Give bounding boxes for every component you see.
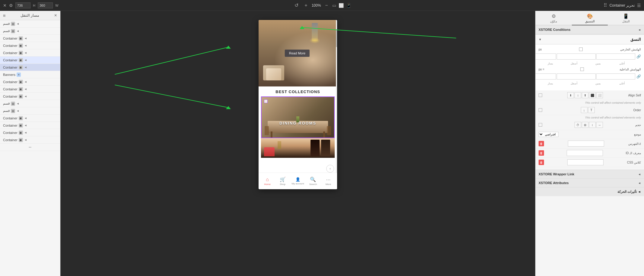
align-btn-1[interactable]: ⬜ [596, 92, 603, 98]
tree-item-container-2[interactable]: ◄ ▣ Container [0, 42, 60, 49]
tree-item-banners[interactable]: ≡ Banners [0, 71, 60, 78]
nav-tab-label: التنقل [622, 20, 630, 23]
nav-more-label: More [326, 183, 331, 186]
nav-account[interactable]: 👤 My account [290, 177, 305, 185]
conditions-section-header[interactable]: ◄ XSTORE Conditions [536, 25, 644, 34]
padding-bottom-input[interactable] [535, 73, 556, 80]
size-btn-1[interactable]: ↔ [596, 122, 603, 128]
margin-link-icon[interactable]: 🔗 [636, 54, 641, 59]
zoom-out-button[interactable]: − [323, 2, 330, 9]
tree-item-container-c3[interactable]: ◄ ▣ Container [0, 129, 60, 136]
top-bar: ✕ ⚙ H W ↺ + 100% − ▭ ⬜ 📱 ⠿ تحرير Contain… [0, 0, 644, 11]
tree-item-container-b3[interactable]: ◄ ▣ Container [0, 93, 60, 100]
tree-arrow-c4: ◄ [24, 138, 27, 141]
padding-right-input[interactable] [557, 73, 596, 80]
mobile-icon[interactable]: 📱 [346, 3, 351, 8]
nav-shop[interactable]: 🛒 Shop [275, 177, 290, 186]
id-label: معرف الـ ID [626, 151, 641, 155]
component-tab-label: مكوّن [550, 20, 557, 23]
tree-item-container-c2[interactable]: ◄ ▣ Container [0, 122, 60, 129]
close-icon[interactable]: ✕ [3, 3, 7, 8]
style-section-header[interactable]: النسق ▼ [536, 34, 644, 44]
css-input[interactable] [567, 159, 604, 165]
right-panel-collapse[interactable]: › [535, 138, 536, 150]
lamp-decoration [278, 141, 281, 149]
container-icon-highlighted: ▣ [19, 65, 23, 70]
tree-item-container-3[interactable]: ◄ ▣ Container [0, 49, 60, 57]
nav-account-label: My account [292, 182, 304, 185]
padding-top-input[interactable] [596, 73, 635, 80]
position-select[interactable]: افتراضي [539, 132, 559, 137]
padding-inputs-row: 🔗 [539, 73, 641, 80]
attributes-section[interactable]: ◄ XSTORE Attributes [536, 178, 644, 187]
svg-line-1 [115, 85, 228, 108]
hero-section: Read More [259, 20, 336, 86]
nav-home[interactable]: ⌂ Home [260, 177, 275, 186]
align-btn-3[interactable]: ⬆ [582, 92, 588, 98]
phone-scrollbar[interactable] [336, 20, 337, 189]
collapse-icon[interactable]: ☰ [637, 3, 641, 8]
tree-label-4: Container [3, 44, 18, 47]
scroll-up-button[interactable]: ↑ [326, 165, 334, 173]
size-checkbox[interactable] [539, 123, 542, 127]
tree-item-container-c1[interactable]: ◄ ▣ Container [0, 115, 60, 122]
width-input[interactable] [15, 2, 31, 8]
order-btn-2[interactable]: ↓ [581, 107, 588, 113]
tab-nav[interactable]: 📱 التنقل [608, 11, 644, 25]
tree-item-container-c4[interactable]: ◄ ▣ Container [0, 136, 60, 144]
zoom-in-button[interactable]: + [303, 2, 309, 9]
size-btn-4[interactable]: ⏱ [575, 122, 581, 128]
expand-icon[interactable]: ⊞ [3, 14, 5, 17]
tree-item-section-4[interactable]: ◄ ▤ قسم [0, 107, 60, 115]
margin-label-right: يمين [587, 62, 610, 65]
tree-item-container-active[interactable]: ◄ ▣ Container [0, 57, 60, 64]
margin-top-input[interactable] [596, 54, 635, 60]
dining-card[interactable]: DINING ROOMS [261, 96, 335, 138]
home-icon: ⌂ [266, 177, 269, 182]
effects-section[interactable]: ◄ تأثيرات الحركة [536, 187, 644, 196]
z-index-row: z-الفهرس 🗑 [536, 139, 644, 148]
tablet-icon[interactable]: ▭ [332, 3, 336, 8]
tree-item-section-1[interactable]: ◄ ▤ قسم [0, 20, 60, 28]
size-btn-2[interactable]: ↕ [589, 122, 596, 128]
outer-margin-checkbox[interactable] [579, 47, 583, 51]
nav-search[interactable]: 🔍 Search [305, 177, 320, 186]
desktop-icon[interactable]: ⬜ [339, 3, 344, 8]
margin-right-input[interactable] [557, 54, 596, 60]
wardrobe-decoration-2 [311, 140, 320, 156]
css-delete[interactable]: 🗑 [539, 160, 544, 165]
tree-label-b1: Container [3, 80, 18, 84]
tree-item-section-3[interactable]: ◄ ▤ قسم [0, 100, 60, 107]
tree-item-container-highlighted[interactable]: ◄ ▣ Container [0, 64, 60, 71]
inner-margin-checkbox[interactable] [580, 67, 584, 71]
align-btn-5[interactable]: ⬇ [567, 92, 574, 98]
id-delete[interactable]: 🗑 [539, 150, 544, 156]
tab-component[interactable]: ⚙ مكوّن [536, 11, 572, 25]
margin-bottom-input[interactable] [535, 54, 556, 60]
undo-button[interactable]: ↺ [293, 2, 300, 9]
tree-item-container-b2[interactable]: ◄ ▣ Container [0, 86, 60, 93]
z-index-input[interactable] [568, 141, 604, 147]
z-index-delete[interactable]: 🗑 [539, 141, 544, 146]
id-input[interactable] [567, 150, 603, 156]
tree-item-container-b1[interactable]: ◄ ▣ Container [0, 78, 60, 86]
size-btn-3[interactable]: ⊞ [582, 122, 588, 128]
apps-icon[interactable]: ⠿ [604, 2, 607, 8]
height-input[interactable] [38, 2, 53, 8]
read-more-button[interactable]: Read More [285, 50, 310, 57]
nav-more[interactable]: ··· More [321, 177, 336, 186]
tree-arrow-6: ◄ [24, 58, 27, 62]
wrapper-link-section[interactable]: ◄ XSTORE Wrapper Link [536, 170, 644, 178]
order-checkbox[interactable] [539, 108, 542, 112]
tree-item-container-1[interactable]: ◄ ▣ Container [0, 35, 60, 42]
settings-icon[interactable]: ⚙ [9, 3, 13, 8]
align-btn-2[interactable]: ⬛ [589, 92, 596, 98]
padding-link-icon[interactable]: 🔗 [636, 74, 641, 79]
align-btn-4[interactable]: ↕ [575, 92, 581, 98]
tab-style[interactable]: 🎨 التنسيق [572, 11, 608, 25]
order-btn-1[interactable]: T [588, 107, 595, 113]
tree-item-section-2[interactable]: ◄ ▤ قسم [0, 28, 60, 35]
position-row: موضع افتراضي [536, 130, 644, 139]
left-panel-close[interactable]: ✕ [54, 13, 57, 18]
align-self-checkbox[interactable] [539, 93, 542, 97]
